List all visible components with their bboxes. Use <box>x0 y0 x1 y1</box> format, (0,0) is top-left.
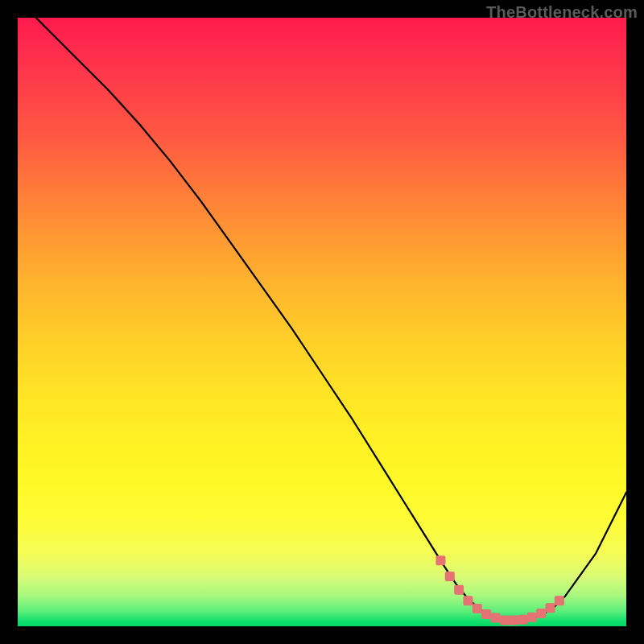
optimal-range-marker <box>436 555 445 565</box>
plot-area <box>18 18 626 626</box>
optimal-range-marker <box>481 609 491 619</box>
optimal-range-marker <box>527 613 537 622</box>
optimal-range-marker <box>463 596 473 605</box>
optimal-range-marker <box>490 613 500 622</box>
optimal-range-marker <box>509 615 518 625</box>
marker-layer <box>436 555 564 625</box>
optimal-range-marker <box>445 572 455 581</box>
chart-svg <box>18 18 626 626</box>
optimal-range-marker <box>555 596 564 605</box>
watermark-text: TheBottleneck.com <box>486 3 638 22</box>
curve-layer <box>36 18 626 620</box>
optimal-range-marker <box>546 603 555 613</box>
optimal-range-marker <box>454 585 464 595</box>
optimal-range-marker <box>500 615 510 625</box>
optimal-range-marker <box>473 604 482 613</box>
optimal-range-marker <box>536 609 546 618</box>
chart-container: TheBottleneck.com <box>0 0 644 644</box>
optimal-range-marker <box>518 615 527 625</box>
bottleneck-curve-path <box>36 18 626 620</box>
